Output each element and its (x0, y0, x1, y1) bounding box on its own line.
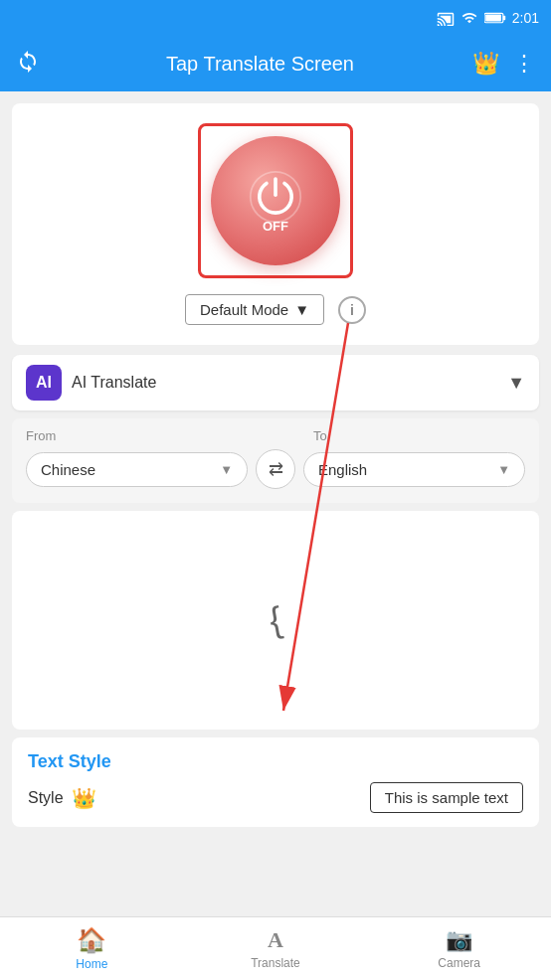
refresh-icon[interactable] (16, 50, 48, 78)
translate-nav-label: Translate (251, 956, 300, 970)
swap-languages-button[interactable]: ⇄ (256, 449, 295, 489)
more-vert-icon[interactable]: ⋮ (513, 51, 535, 77)
from-language-value: Chinese (41, 461, 95, 478)
sample-text-box: This is sample text (370, 782, 523, 813)
to-lang-arrow-icon: ▼ (497, 462, 510, 477)
translation-output-card: { (12, 511, 539, 730)
power-icon: OFF (249, 170, 302, 233)
loading-spinner: { (266, 598, 284, 641)
nav-home[interactable]: 🏠 Home (0, 926, 184, 971)
main-content: OFF Default Mode ▼ i AI AI Translate (0, 91, 551, 916)
style-row: Style 👑 This is sample text (28, 782, 523, 813)
power-card: OFF Default Mode ▼ i (12, 103, 539, 345)
to-label: To (293, 428, 525, 443)
svg-rect-1 (503, 16, 505, 21)
text-style-title: Text Style (28, 751, 523, 772)
info-icon[interactable]: i (338, 296, 366, 324)
camera-nav-label: Camera (438, 956, 480, 970)
style-crown-icon: 👑 (72, 786, 96, 810)
power-button[interactable]: OFF (211, 136, 340, 265)
text-style-card: Text Style Style 👑 This is sample text (12, 737, 539, 827)
mode-dropdown[interactable]: Default Mode ▼ (185, 294, 324, 325)
to-language-dropdown[interactable]: English ▼ (303, 452, 525, 487)
top-bar-action-icons: 👑 ⋮ (472, 51, 535, 77)
ai-translate-icon: AI (26, 365, 62, 401)
from-label: From (26, 428, 238, 443)
to-language-value: English (318, 461, 367, 478)
sample-text: This is sample text (385, 789, 508, 806)
battery-icon (484, 11, 506, 25)
from-to-controls: Chinese ▼ ⇄ English ▼ (26, 449, 525, 489)
mode-arrow-icon: ▼ (294, 301, 309, 318)
swap-icon: ⇄ (269, 458, 283, 480)
nav-translate[interactable]: A Translate (184, 927, 368, 970)
from-lang-arrow-icon: ▼ (220, 462, 233, 477)
ai-translate-arrow-icon: ▼ (507, 373, 525, 394)
cast-icon (437, 10, 455, 26)
home-nav-icon: 🏠 (77, 926, 106, 954)
top-bar: Tap Translate Screen 👑 ⋮ (0, 36, 551, 91)
nav-camera[interactable]: 📷 Camera (367, 927, 551, 970)
app-title: Tap Translate Screen (48, 53, 472, 76)
from-language-dropdown[interactable]: Chinese ▼ (26, 452, 248, 487)
time-display: 2:01 (512, 10, 539, 26)
wifi-icon (460, 10, 478, 26)
svg-rect-2 (485, 14, 501, 21)
status-bar-icons: 2:01 (437, 10, 539, 26)
crown-icon[interactable]: 👑 (472, 51, 499, 77)
camera-nav-icon: 📷 (446, 927, 472, 953)
mode-row: Default Mode ▼ i (185, 294, 366, 329)
from-to-card: From To Chinese ▼ ⇄ English ▼ (12, 418, 539, 503)
power-off-label: OFF (263, 220, 288, 233)
status-bar: 2:01 (0, 0, 551, 36)
power-button-wrapper[interactable]: OFF (198, 123, 353, 278)
mode-label: Default Mode (200, 301, 288, 318)
style-left: Style 👑 (28, 786, 96, 810)
style-label: Style (28, 789, 64, 807)
translate-nav-icon: A (268, 927, 283, 953)
home-nav-label: Home (76, 957, 107, 971)
from-to-labels: From To (26, 428, 525, 443)
ai-translate-label: AI Translate (72, 374, 497, 392)
ai-translate-row[interactable]: AI AI Translate ▼ (12, 355, 539, 410)
bottom-nav: 🏠 Home A Translate 📷 Camera (0, 916, 551, 980)
